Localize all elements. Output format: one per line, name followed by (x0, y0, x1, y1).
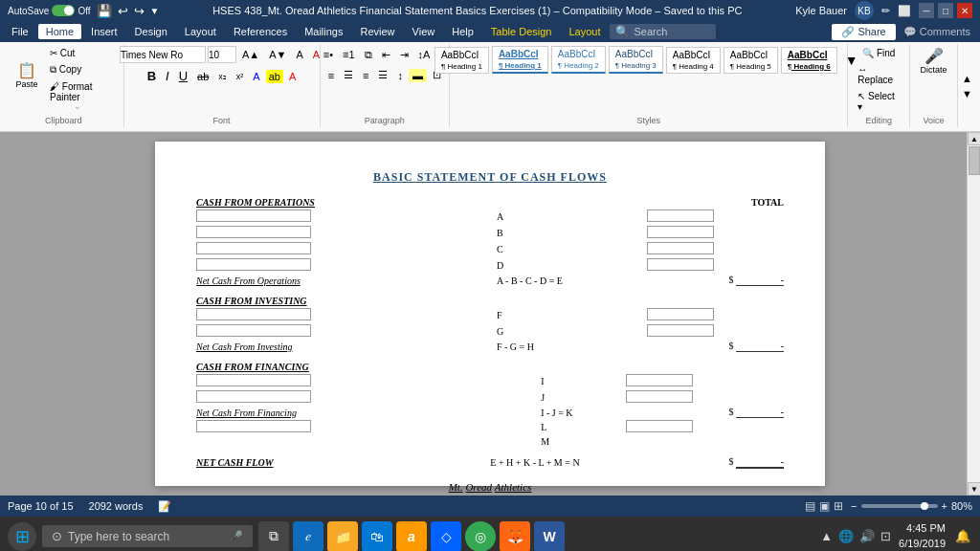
restore-icon[interactable]: ⬜ (898, 5, 911, 17)
proofing-icon[interactable]: 📝 (158, 500, 171, 513)
subscript-button[interactable]: x₂ (214, 70, 231, 83)
numbering-button[interactable]: ≡1 (339, 47, 359, 62)
edge-button[interactable]: 𝑒 (293, 521, 323, 552)
align-left[interactable]: ≡ (324, 68, 338, 83)
menu-mailings[interactable]: Mailings (297, 24, 350, 39)
font-size-input[interactable] (208, 46, 236, 63)
zoom-out-button[interactable]: − (851, 500, 857, 512)
text-effects[interactable]: A (249, 69, 263, 84)
quick-access-more[interactable]: ▼ (150, 6, 160, 16)
op-total-d[interactable] (647, 258, 714, 271)
fin-input-j[interactable] (196, 390, 311, 403)
ribbon-scroll-up[interactable]: ▲ (958, 71, 976, 86)
edit-icon[interactable]: ✏ (881, 5, 890, 17)
inv-input-g[interactable] (196, 324, 311, 337)
fin-total-i[interactable] (626, 374, 693, 386)
font-family-input[interactable] (120, 46, 206, 63)
font-size-up[interactable]: A▲ (238, 47, 263, 62)
multilevel-list[interactable]: ⧉ (361, 47, 376, 63)
style-heading2[interactable]: AaBbCcI¶ Heading 2 (551, 46, 606, 74)
cut-button[interactable]: ✂ Cut (46, 46, 118, 60)
align-center[interactable]: ☰ (340, 67, 357, 83)
scroll-up-button[interactable]: ▲ (968, 132, 980, 145)
op-input-b[interactable] (196, 226, 311, 238)
menu-layout[interactable]: Layout (177, 24, 224, 39)
superscript-button[interactable]: x² (233, 70, 248, 83)
file-explorer-button[interactable]: 📁 (327, 521, 358, 552)
line-spacing[interactable]: ↕ (393, 68, 407, 83)
decrease-indent[interactable]: ⇤ (378, 47, 394, 63)
op-input-a[interactable] (196, 209, 311, 222)
underline-button[interactable]: U (175, 67, 191, 85)
menu-file[interactable]: File (4, 24, 36, 39)
bullets-button[interactable]: ≡• (320, 47, 337, 62)
menu-view[interactable]: View (405, 24, 443, 39)
style-heading5[interactable]: AaBbCcI¶ Heading 5 (724, 47, 778, 74)
notification-button[interactable]: 🔔 (953, 527, 972, 546)
menu-help[interactable]: Help (444, 24, 481, 39)
inv-input-f[interactable] (196, 308, 311, 320)
ribbon-scroll-down[interactable]: ▼ (958, 86, 976, 101)
op-input-c[interactable] (196, 242, 311, 254)
network-icon[interactable]: 🌐 (838, 529, 854, 543)
select-button[interactable]: ↖ Select ▾ (854, 89, 903, 114)
firefox-button[interactable]: 🦊 (500, 521, 530, 552)
replace-button[interactable]: ↔ Replace (854, 62, 903, 87)
menu-table-design[interactable]: Table Design (483, 24, 560, 39)
quick-access-save[interactable]: 💾 (97, 4, 112, 18)
up-arrow-icon[interactable]: ▲ (820, 529, 833, 543)
zoom-in-button[interactable]: + (942, 500, 947, 512)
italic-button[interactable]: I (162, 67, 173, 85)
menu-references[interactable]: References (226, 24, 295, 39)
user-avatar[interactable]: KB (855, 1, 874, 20)
fin-input-i[interactable] (196, 374, 311, 386)
ribbon-search[interactable]: 🔍 (610, 24, 716, 39)
quick-access-redo[interactable]: ↪ (134, 4, 145, 18)
store-button[interactable]: 🛍 (362, 521, 392, 552)
font-size-down[interactable]: A▼ (265, 47, 290, 62)
menu-design[interactable]: Design (127, 24, 175, 39)
highlight-color[interactable]: ab (266, 70, 283, 83)
style-heading4[interactable]: AaBbCcI¶ Heading 4 (666, 47, 721, 74)
style-heading3[interactable]: AaBbCcI¶ Heading 3 (609, 46, 663, 74)
maximize-button[interactable]: □ (938, 3, 953, 18)
bold-button[interactable]: B (144, 67, 160, 85)
microphone-icon[interactable]: 🎤 (229, 530, 243, 543)
zoom-slider[interactable] (861, 504, 938, 508)
sort[interactable]: ↕A (414, 47, 434, 62)
justify[interactable]: ☰ (374, 67, 391, 83)
style-heading6[interactable]: AaBbCcI¶ Heading 6 (781, 47, 837, 74)
taskview-button[interactable]: ⧉ (258, 521, 289, 552)
op-total-c[interactable] (647, 242, 714, 254)
paste-button[interactable]: 📋 Paste (10, 60, 44, 90)
clock[interactable]: 4:45 PM 6/19/2019 (899, 521, 946, 551)
inv-total-g[interactable] (647, 324, 714, 337)
find-button[interactable]: 🔍 Find (858, 46, 899, 60)
sound-icon[interactable]: 🔊 (859, 529, 875, 543)
chrome-button[interactable]: ◎ (465, 521, 496, 552)
amazon-button[interactable]: a (396, 521, 427, 552)
op-total-a[interactable] (647, 209, 714, 222)
view-web-icon[interactable]: ⊞ (834, 499, 843, 513)
view-read-icon[interactable]: ▤ (805, 499, 815, 513)
copy-button[interactable]: ⧉ Copy (46, 62, 118, 77)
strikethrough-button[interactable]: ab (193, 69, 212, 84)
fin-input-l[interactable] (196, 420, 311, 432)
inv-total-f[interactable] (647, 308, 714, 320)
word-button[interactable]: W (534, 521, 565, 552)
dictate-button[interactable]: 🎤 Dictate (918, 46, 950, 76)
comments-button[interactable]: 💬 Comments (898, 24, 976, 40)
scroll-track[interactable] (968, 145, 980, 482)
start-button[interactable]: ⊞ (8, 522, 36, 551)
fin-total-l[interactable] (626, 420, 693, 432)
scroll-thumb[interactable] (969, 146, 980, 175)
vertical-scrollbar[interactable]: ▲ ▼ (967, 132, 980, 496)
op-input-d[interactable] (196, 258, 311, 271)
search-input[interactable] (634, 26, 710, 37)
format-painter-button[interactable]: 🖌 Format Painter (46, 79, 118, 104)
align-right[interactable]: ≡ (359, 68, 372, 83)
close-button[interactable]: ✕ (957, 3, 972, 18)
menu-layout2[interactable]: Layout (561, 24, 608, 39)
menu-insert[interactable]: Insert (83, 24, 125, 39)
autosave-toggle[interactable]: AutoSave Off (8, 5, 91, 16)
